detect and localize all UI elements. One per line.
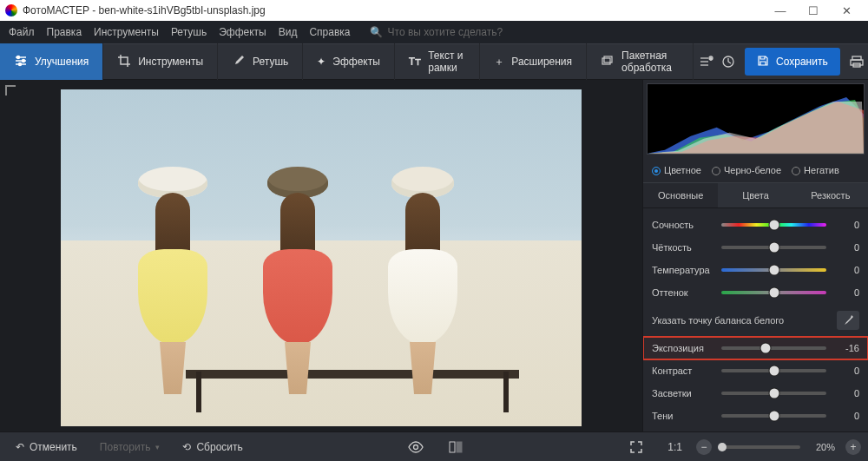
histogram[interactable] bbox=[647, 83, 865, 155]
menu-effects[interactable]: Эффекты bbox=[219, 26, 266, 38]
tab-extensions[interactable]: ＋ Расширения bbox=[480, 43, 587, 80]
radio-negative[interactable]: Негатив bbox=[792, 165, 839, 175]
sliders-icon bbox=[14, 54, 28, 70]
slider-Оттенок[interactable]: Оттенок0 bbox=[643, 281, 868, 304]
menu-tools[interactable]: Инструменты bbox=[94, 26, 159, 38]
eye-toggle-button[interactable] bbox=[398, 433, 433, 461]
slider-thumb[interactable] bbox=[769, 243, 779, 253]
zoom-out-button[interactable]: − bbox=[696, 439, 712, 455]
app-logo-icon bbox=[5, 4, 17, 16]
search-input[interactable] bbox=[388, 26, 527, 38]
slider-track[interactable] bbox=[721, 268, 826, 272]
tab-label: Текст и рамки bbox=[428, 49, 465, 74]
tab-effects[interactable]: ✦ Эффекты bbox=[303, 43, 395, 80]
maximize-button[interactable]: ☐ bbox=[797, 1, 830, 20]
tab-label: Эффекты bbox=[332, 56, 380, 68]
svg-point-3 bbox=[17, 56, 20, 58]
reset-button[interactable]: ⟲ Сбросить bbox=[174, 436, 251, 458]
subtab-colors[interactable]: Цвета bbox=[718, 183, 792, 207]
slider-thumb[interactable] bbox=[769, 412, 779, 421]
tab-tools[interactable]: Инструменты bbox=[103, 43, 218, 80]
menubar: Файл Правка Инструменты Ретушь Эффекты В… bbox=[0, 21, 868, 43]
slider-Экспозиция[interactable]: Экспозиция-16 bbox=[643, 337, 868, 359]
compare-button[interactable] bbox=[438, 433, 473, 461]
slider-track[interactable] bbox=[721, 223, 826, 227]
slider-track[interactable] bbox=[721, 392, 826, 395]
slider-thumb[interactable] bbox=[760, 344, 770, 353]
undo-button[interactable]: ↶ Отменить bbox=[7, 436, 86, 458]
history-button[interactable] bbox=[717, 48, 740, 76]
slider-label: Тени bbox=[652, 411, 714, 421]
menu-view[interactable]: Вид bbox=[279, 26, 298, 38]
slider-label: Сочность bbox=[652, 220, 714, 230]
tab-retouch[interactable]: Ретушь bbox=[218, 43, 303, 80]
redo-button[interactable]: Повторить ▾ bbox=[91, 436, 169, 458]
slider-Контраст[interactable]: Контраст0 bbox=[643, 359, 868, 382]
zoom-value: 20% bbox=[811, 442, 840, 452]
slider-track[interactable] bbox=[721, 246, 826, 249]
menu-file[interactable]: Файл bbox=[9, 26, 35, 38]
tab-label: Пакетная обработка bbox=[621, 49, 679, 74]
canvas-area bbox=[0, 80, 642, 431]
fit-screen-button[interactable] bbox=[619, 433, 654, 461]
search-icon: 🔍 bbox=[370, 26, 383, 38]
slider-value: 0 bbox=[833, 265, 859, 275]
undo-icon: ↶ bbox=[16, 441, 24, 453]
slider-Тени[interactable]: Тени0 bbox=[643, 405, 868, 427]
titlebar: ФотоМАСТЕР - ben-white-s1ihVBg5tbI-unspl… bbox=[0, 0, 868, 21]
svg-rect-7 bbox=[604, 56, 612, 63]
slider-Чёткость[interactable]: Чёткость0 bbox=[643, 236, 868, 259]
reset-icon: ⟲ bbox=[182, 441, 191, 453]
svg-rect-15 bbox=[851, 60, 863, 65]
save-button[interactable]: Сохранить bbox=[745, 48, 840, 76]
slider-label: Чёткость bbox=[652, 242, 714, 253]
slider-thumb[interactable] bbox=[769, 288, 779, 298]
slider-Температура[interactable]: Температура0 bbox=[643, 259, 868, 281]
minimize-button[interactable]: — bbox=[764, 1, 797, 20]
radio-bw[interactable]: Черно-белое bbox=[712, 165, 781, 175]
radio-color[interactable]: Цветное bbox=[652, 165, 701, 175]
slider-value: -16 bbox=[833, 343, 859, 353]
zoom-ratio-button[interactable]: 1:1 bbox=[659, 436, 691, 458]
menu-retouch[interactable]: Ретушь bbox=[171, 26, 207, 38]
slider-track[interactable] bbox=[721, 369, 826, 372]
slider-Светлые[interactable]: Светлые0 bbox=[643, 427, 868, 431]
plus-icon: ＋ bbox=[494, 55, 504, 69]
slider-thumb[interactable] bbox=[769, 221, 779, 230]
svg-point-4 bbox=[23, 59, 25, 62]
slider-value: 0 bbox=[833, 287, 859, 298]
image-canvas[interactable] bbox=[0, 80, 642, 431]
close-button[interactable]: ✕ bbox=[830, 1, 863, 20]
presets-button[interactable]: + bbox=[694, 48, 716, 76]
menu-edit[interactable]: Правка bbox=[47, 26, 82, 38]
print-button[interactable] bbox=[845, 48, 868, 76]
menu-help[interactable]: Справка bbox=[309, 26, 350, 38]
save-label: Сохранить bbox=[776, 56, 828, 68]
slider-value: 0 bbox=[833, 411, 859, 421]
slider-Сочность[interactable]: Сочность0 bbox=[643, 214, 868, 236]
tab-batch[interactable]: Пакетная обработка bbox=[587, 43, 694, 80]
svg-rect-18 bbox=[450, 442, 455, 452]
slider-thumb[interactable] bbox=[769, 266, 779, 275]
sliders-panel: Сочность0Чёткость0Температура0Оттенок0Ук… bbox=[643, 208, 868, 431]
subtab-sharpness[interactable]: Резкость bbox=[793, 183, 868, 207]
zoom-slider[interactable] bbox=[722, 445, 800, 449]
right-panel: Цветное Черно-белое Негатив Основные Цве… bbox=[642, 80, 868, 431]
bottom-bar: ↶ Отменить Повторить ▾ ⟲ Сбросить 1:1 − … bbox=[0, 431, 868, 461]
slider-thumb[interactable] bbox=[769, 389, 779, 398]
slider-track[interactable] bbox=[721, 414, 826, 418]
slider-label: Контраст bbox=[652, 366, 714, 376]
zoom-in-button[interactable]: + bbox=[845, 439, 861, 455]
chevron-down-icon: ▾ bbox=[155, 443, 160, 451]
brush-icon bbox=[232, 54, 246, 70]
menu-search[interactable]: 🔍 bbox=[370, 26, 527, 38]
tab-enhancements[interactable]: Улучшения bbox=[0, 43, 103, 80]
subtabs: Основные Цвета Резкость bbox=[643, 182, 868, 208]
tab-text-frames[interactable]: Tᴛ Текст и рамки bbox=[395, 43, 480, 80]
eyedropper-button[interactable] bbox=[837, 311, 859, 330]
slider-thumb[interactable] bbox=[769, 366, 779, 376]
slider-track[interactable] bbox=[721, 291, 826, 294]
slider-Засветки[interactable]: Засветки0 bbox=[643, 382, 868, 405]
slider-track[interactable] bbox=[721, 346, 826, 350]
subtab-basic[interactable]: Основные bbox=[643, 183, 718, 207]
